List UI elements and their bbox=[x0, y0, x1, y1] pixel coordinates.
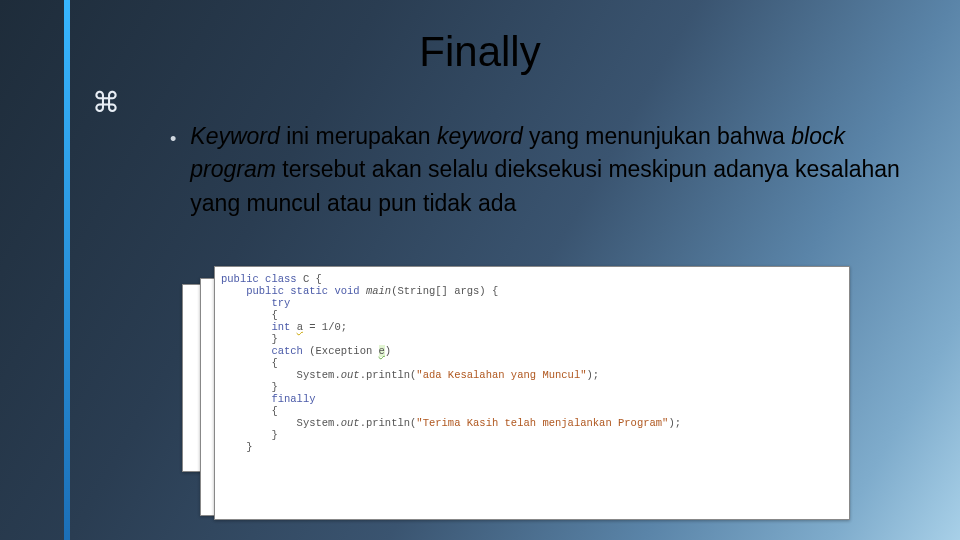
code-token: System. bbox=[221, 417, 341, 429]
code-token: ) bbox=[385, 345, 391, 357]
slide-title: Finally bbox=[0, 28, 960, 76]
code-token: { bbox=[221, 405, 278, 417]
code-token: System. bbox=[221, 369, 341, 381]
code-token: public static void bbox=[221, 285, 360, 297]
code-token: } bbox=[221, 381, 278, 393]
code-token: .println( bbox=[360, 369, 417, 381]
code-token: int bbox=[221, 321, 290, 333]
slide: Finally ⌘ • Keyword ini merupakan keywor… bbox=[0, 0, 960, 540]
code-token: out bbox=[341, 369, 360, 381]
code-token: public class bbox=[221, 273, 297, 285]
bullet-seg: tersebut akan selalu dieksekusi meskipun… bbox=[190, 156, 900, 215]
code-token: { bbox=[221, 309, 278, 321]
code-token: } bbox=[221, 441, 253, 453]
code-token: C { bbox=[297, 273, 322, 285]
code-token: { bbox=[221, 357, 278, 369]
command-icon: ⌘ bbox=[92, 86, 120, 119]
code-token: (Exception bbox=[303, 345, 379, 357]
bullet-dot-icon: • bbox=[170, 126, 176, 220]
accent-bar bbox=[64, 0, 70, 540]
code-token: .println( bbox=[360, 417, 417, 429]
code-token: try bbox=[221, 297, 290, 309]
code-token: main bbox=[360, 285, 392, 297]
bullet-seg: Keyword bbox=[190, 123, 279, 149]
code-token: } bbox=[221, 333, 278, 345]
bullet-text: Keyword ini merupakan keyword yang menun… bbox=[190, 120, 920, 220]
code-token: "Terima Kasih telah menjalankan Program" bbox=[416, 417, 668, 429]
code-token: out bbox=[341, 417, 360, 429]
code-token: ); bbox=[587, 369, 600, 381]
bullet-seg: ini merupakan bbox=[280, 123, 437, 149]
bullet-item: • Keyword ini merupakan keyword yang men… bbox=[170, 120, 920, 220]
code-token: "ada Kesalahan yang Muncul" bbox=[416, 369, 586, 381]
code-token: (String[] args) { bbox=[391, 285, 498, 297]
code-token: } bbox=[221, 429, 278, 441]
bullet-seg: yang menunjukan bahwa bbox=[523, 123, 792, 149]
code-token: finally bbox=[221, 393, 316, 405]
bullet-seg: keyword bbox=[437, 123, 523, 149]
code-token: ); bbox=[668, 417, 681, 429]
code-panel-front: public class C { public static void main… bbox=[214, 266, 850, 520]
code-token: catch bbox=[221, 345, 303, 357]
code-token: = 1/0; bbox=[303, 321, 347, 333]
